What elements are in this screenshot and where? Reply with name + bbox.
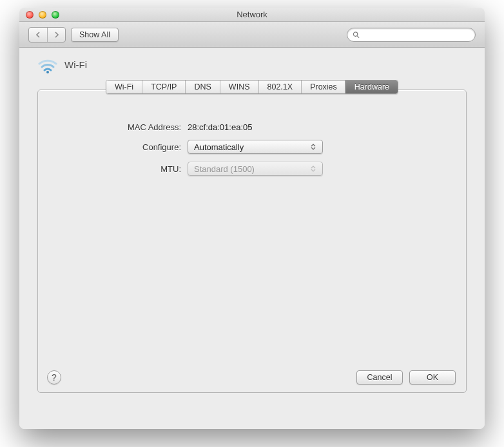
configure-value: Automatically [194,142,311,152]
nav-forward-button[interactable] [47,28,65,42]
tabs: Wi-Fi TCP/IP DNS WINS 802.1X Proxies Har… [19,80,485,94]
window-footer [19,408,485,429]
panel-footer: ? Cancel OK [47,370,456,385]
tab-label: Hardware [354,82,389,91]
row-configure: Configure: Automatically [104,140,400,154]
tab-wins[interactable]: WINS [220,81,258,93]
tab-tcpip[interactable]: TCP/IP [142,81,185,93]
wifi-icon [37,55,58,73]
content: Wi-Fi Wi-Fi TCP/IP DNS WINS 802.1X Proxi… [19,48,485,429]
tab-label: 802.1X [267,82,293,91]
svg-point-2 [46,71,49,73]
row-mtu: MTU: Standard (1500) [104,162,400,176]
tab-wifi[interactable]: Wi-Fi [106,81,142,93]
nav-back-button[interactable] [29,28,47,42]
mtu-label: MTU: [104,164,188,174]
tabbar: Wi-Fi TCP/IP DNS WINS 802.1X Proxies Har… [106,80,398,94]
tab-8021x[interactable]: 802.1X [258,81,302,93]
mac-address-label: MAC Address: [104,122,188,132]
zoom-window-button[interactable] [52,11,59,19]
ok-button[interactable]: OK [409,370,456,385]
tab-label: DNS [194,82,211,91]
search-field[interactable] [347,28,476,42]
cancel-label: Cancel [367,373,393,382]
window-title: Network [19,10,485,19]
tab-proxies[interactable]: Proxies [301,81,345,93]
stepper-icon [311,144,318,150]
chevron-right-icon [54,32,59,38]
toolbar: Show All [19,22,485,48]
tab-hardware[interactable]: Hardware [345,81,398,93]
minimize-window-button[interactable] [39,11,46,19]
tab-label: Wi-Fi [115,82,133,91]
tab-label: Proxies [310,82,337,91]
mac-address-value: 28:cf:da:01:ea:05 [188,122,252,132]
search-icon [353,31,360,39]
help-button[interactable]: ? [47,370,61,385]
cancel-button[interactable]: Cancel [356,370,403,385]
window: Network Show All [19,8,485,429]
ok-label: OK [427,373,438,382]
traffic-lights [19,11,59,19]
interface-header: Wi-Fi [19,48,485,73]
mtu-value: Standard (1500) [194,164,311,174]
titlebar: Network [19,8,485,22]
show-all-label: Show All [79,30,110,39]
tab-label: TCP/IP [151,82,177,91]
svg-line-1 [357,35,359,37]
configure-label: Configure: [104,142,188,152]
search-input[interactable] [362,30,470,39]
stepper-icon [311,166,318,172]
help-icon: ? [52,372,57,383]
tab-label: WINS [229,82,250,91]
hardware-form: MAC Address: 28:cf:da:01:ea:05 Configure… [104,122,400,176]
chevron-left-icon [35,32,41,38]
svg-point-0 [353,32,357,35]
row-mac-address: MAC Address: 28:cf:da:01:ea:05 [104,122,400,132]
settings-panel: MAC Address: 28:cf:da:01:ea:05 Configure… [37,90,467,393]
tab-dns[interactable]: DNS [185,81,219,93]
nav-segment [28,27,66,43]
interface-name: Wi-Fi [64,59,87,70]
configure-select[interactable]: Automatically [188,140,323,154]
mtu-select: Standard (1500) [188,162,323,176]
show-all-button[interactable]: Show All [71,28,119,42]
close-window-button[interactable] [26,11,34,19]
